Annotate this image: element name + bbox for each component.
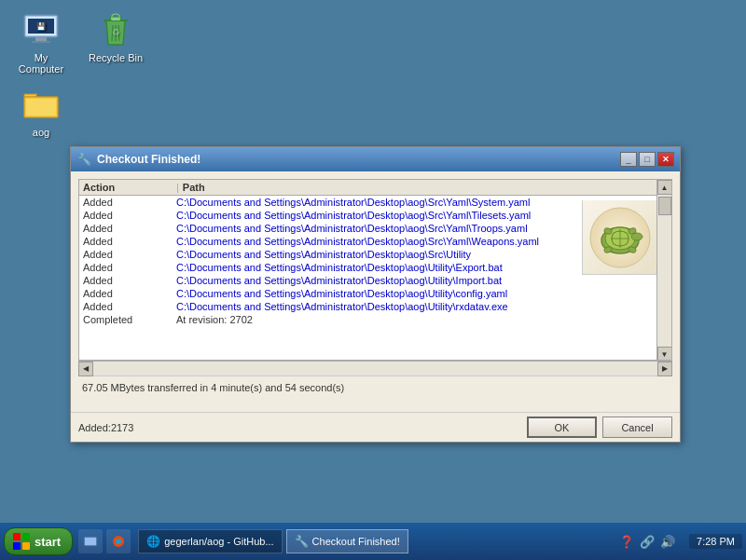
log-path: At revision: 2702 [176, 314, 668, 325]
svg-rect-19 [13, 533, 21, 540]
log-action: Added [83, 262, 176, 273]
ok-button[interactable]: OK [527, 417, 597, 438]
column-path: Path [183, 182, 668, 193]
svg-text:💾: 💾 [36, 21, 46, 31]
scroll-down-arrow[interactable]: ▼ [657, 347, 672, 361]
log-action: Added [83, 301, 176, 312]
network-icon[interactable]: 🔗 [639, 533, 656, 550]
my-computer-label: My Computer [11, 52, 71, 75]
svg-rect-21 [13, 542, 21, 550]
clock[interactable]: 7:28 PM [689, 534, 742, 549]
titlebar-buttons: _ □ ✕ [620, 152, 674, 167]
svg-rect-22 [22, 542, 30, 550]
dialog-titlebar: 🔧 Checkout Finished! _ □ ✕ [71, 147, 680, 171]
added-number: 2173 [111, 422, 133, 433]
scroll-x-track[interactable] [93, 362, 657, 376]
desktop-icon-recycle-bin[interactable]: ♻ Recycle Bin [82, 7, 149, 67]
windows-logo-icon [12, 532, 31, 551]
clock-time: 7:28 PM [697, 536, 735, 547]
maximize-button[interactable]: □ [639, 152, 656, 167]
log-row: CompletedAt revision: 2702 [79, 313, 671, 326]
log-action: Added [83, 236, 176, 247]
scroll-thumb[interactable] [658, 197, 671, 215]
svg-point-26 [116, 539, 121, 544]
quick-launch [78, 529, 131, 553]
stats-area: 67.05 MBytes transferred in 4 minute(s) … [78, 376, 672, 404]
taskbar: start 🌐 gegerlan/aog - GitHub... 🔧 Check… [0, 523, 746, 560]
github-icon: 🌐 [146, 535, 160, 548]
log-row: AddedC:\Documents and Settings\Administr… [79, 274, 671, 287]
log-scrollbar-y[interactable]: ▲ ▼ [656, 180, 671, 361]
volume-icon[interactable]: 🔊 [659, 533, 676, 550]
checkout-item-label: Checkout Finished! [312, 536, 400, 547]
aog-label: aog [33, 127, 49, 138]
column-action: Action [83, 182, 176, 193]
log-action: Added [83, 210, 176, 221]
tray-icons: ❓ 🔗 🔊 [618, 533, 676, 550]
log-action: Added [83, 249, 176, 260]
scroll-right-arrow[interactable]: ▶ [657, 362, 672, 376]
svg-rect-8 [26, 99, 56, 116]
checkout-icon: 🔧 [295, 535, 309, 548]
log-action: Added [83, 288, 176, 299]
dialog-footer: Added:2173 OK Cancel [71, 412, 680, 442]
log-header: Action | Path [79, 180, 671, 196]
dialog-title: Checkout Finished! [97, 153, 620, 166]
added-label: Added: [78, 422, 111, 433]
svg-rect-24 [85, 538, 96, 545]
added-count-label: Added:2173 [78, 422, 133, 433]
log-row: AddedC:\Documents and Settings\Administr… [79, 300, 671, 313]
desktop-icon-aog[interactable]: aog [7, 82, 75, 142]
recycle-bin-label: Recycle Bin [89, 52, 143, 63]
firefox-button[interactable] [106, 529, 131, 553]
aog-icon-img [22, 86, 60, 123]
svg-rect-3 [32, 41, 50, 43]
close-button[interactable]: ✕ [657, 152, 674, 167]
show-desktop-button[interactable] [78, 529, 103, 553]
svg-text:♻: ♻ [112, 27, 120, 37]
help-icon[interactable]: ❓ [618, 533, 635, 550]
log-action: Added [83, 275, 176, 286]
transfer-stats: 67.05 MBytes transferred in 4 minute(s) … [82, 382, 669, 393]
log-area: Action | Path AddedC:\Documents and Sett… [78, 179, 672, 361]
taskbar-item-github[interactable]: 🌐 gegerlan/aog - GitHub... [138, 529, 282, 553]
start-label: start [35, 535, 61, 549]
checkout-dialog: 🔧 Checkout Finished! _ □ ✕ Action | Path… [70, 146, 681, 443]
dialog-buttons: OK Cancel [527, 417, 672, 438]
github-item-label: gegerlan/aog - GitHub... [164, 536, 273, 547]
svg-rect-2 [35, 37, 47, 41]
taskbar-items: 🌐 gegerlan/aog - GitHub... 🔧 Checkout Fi… [138, 529, 618, 553]
log-action: Added [83, 223, 176, 234]
log-action: Completed [83, 314, 176, 325]
cancel-button[interactable]: Cancel [602, 417, 672, 438]
log-path: C:\Documents and Settings\Administrator\… [176, 288, 668, 299]
log-action: Added [83, 197, 176, 208]
log-path: C:\Documents and Settings\Administrator\… [176, 275, 668, 286]
desktop-icon-my-computer[interactable]: 💾 My Computer [7, 7, 75, 78]
dialog-body: Action | Path AddedC:\Documents and Sett… [71, 171, 680, 412]
log-scrollbar-x[interactable]: ◀ ▶ [78, 361, 672, 376]
scroll-up-arrow[interactable]: ▲ [657, 180, 672, 195]
my-computer-icon-img: 💾 [22, 11, 60, 48]
start-button[interactable]: start [4, 527, 73, 555]
log-row: AddedC:\Documents and Settings\Administr… [79, 287, 671, 300]
dialog-title-icon: 🔧 [76, 152, 91, 167]
svg-rect-20 [22, 533, 30, 540]
log-path: C:\Documents and Settings\Administrator\… [176, 301, 668, 312]
system-tray: ❓ 🔗 🔊 7:28 PM [618, 533, 742, 550]
scroll-left-arrow[interactable]: ◀ [78, 362, 93, 376]
svn-logo [582, 200, 656, 275]
recycle-bin-icon-img: ♻ [97, 11, 134, 48]
minimize-button[interactable]: _ [620, 152, 637, 167]
taskbar-item-checkout[interactable]: 🔧 Checkout Finished! [286, 529, 408, 553]
